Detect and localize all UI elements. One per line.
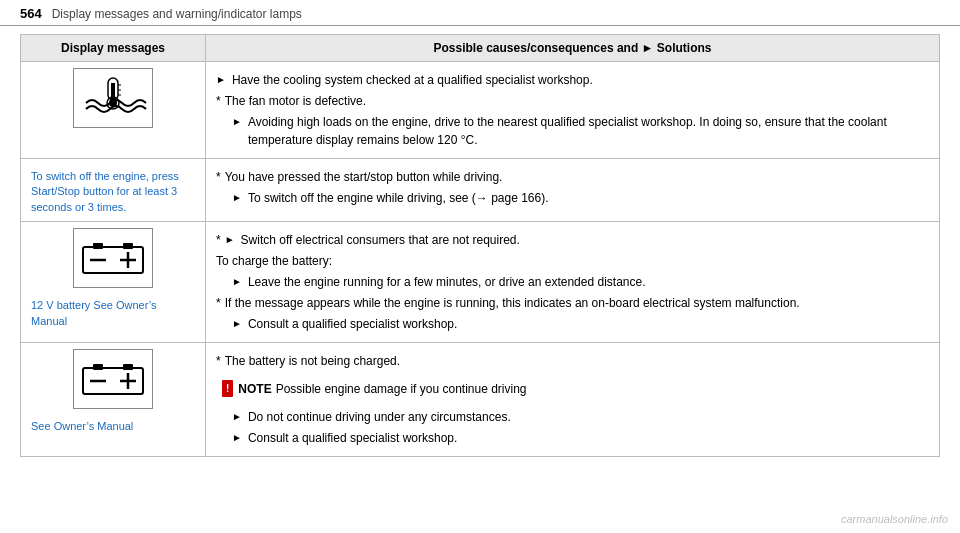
solution-arrow-indent-item: ► Consult a qualified specialist worksho… — [232, 429, 929, 447]
solutions-cell: ► Have the cooling system checked at a q… — [206, 62, 940, 159]
solution-arrow-indent-item: ► Consult a qualified specialist worksho… — [232, 315, 929, 333]
star-icon: * — [216, 168, 221, 186]
svg-rect-2 — [111, 83, 115, 101]
solutions-cell: * ► Switch off electrical consumers that… — [206, 222, 940, 343]
table-header-row: Display messages Possible causes/consequ… — [21, 35, 940, 62]
star-icon: * — [216, 294, 221, 312]
solution-star-item: * If the message appears while the engin… — [216, 294, 929, 312]
table-row: To switch off the engine, press Start/St… — [21, 159, 940, 222]
solution-text: To switch off the engine while driving, … — [248, 189, 549, 207]
solution-text: To charge the battery: — [216, 252, 332, 270]
display-cell — [21, 62, 206, 159]
solution-text: Leave the engine running for a few minut… — [248, 273, 646, 291]
arrow-icon: ► — [232, 316, 242, 331]
solution-arrow-item: ► Have the cooling system checked at a q… — [216, 71, 929, 89]
display-cell: 12 V battery See Owner’s Manual — [21, 222, 206, 343]
main-table: Display messages Possible causes/consequ… — [20, 34, 940, 457]
arrow-icon: ► — [232, 114, 242, 129]
solution-text: Have the cooling system checked at a qua… — [232, 71, 593, 89]
display-caption: To switch off the engine, press Start/St… — [31, 169, 195, 215]
watermark: carmanualsonline.info — [841, 513, 948, 525]
svg-rect-8 — [93, 243, 103, 249]
solution-text: You have pressed the start/stop button w… — [225, 168, 503, 186]
svg-rect-9 — [123, 243, 133, 249]
arrow-icon: ► — [225, 232, 235, 247]
solution-star-item: * The fan motor is defective. — [216, 92, 929, 110]
display-caption: See Owner’s Manual — [31, 419, 195, 434]
solution-text: If the message appears while the engine … — [225, 294, 800, 312]
svg-rect-15 — [123, 364, 133, 370]
note-box: ! NOTEPossible engine damage if you cont… — [216, 376, 929, 402]
solution-text: Consult a qualified specialist workshop. — [248, 315, 457, 333]
solutions-cell: * The battery is not being charged. ! NO… — [206, 343, 940, 457]
solution-text: Switch off electrical consumers that are… — [241, 231, 520, 249]
solution-arrow-indent-item: ► To switch off the engine while driving… — [232, 189, 929, 207]
star-icon: * — [216, 231, 221, 249]
solution-arrow-indent-item: ► Leave the engine running for a few min… — [232, 273, 929, 291]
arrow-icon: ► — [232, 190, 242, 205]
battery-icon — [73, 349, 153, 409]
arrow-icon: ► — [232, 430, 242, 445]
battery-icon — [73, 228, 153, 288]
page-number: 564 — [20, 6, 42, 21]
arrow-icon: ► — [232, 409, 242, 424]
display-caption: 12 V battery See Owner’s Manual — [31, 298, 195, 329]
solution-arrow-indent-item: ► Avoiding high loads on the engine, dri… — [232, 113, 929, 149]
display-cell: See Owner’s Manual — [21, 343, 206, 457]
page-header: 564 Display messages and warning/indicat… — [0, 0, 960, 26]
col-solutions-header: Possible causes/consequences and ► Solut… — [206, 35, 940, 62]
solution-arrow-indent-item: ► Do not continue driving under any circ… — [232, 408, 929, 426]
svg-point-3 — [109, 99, 117, 107]
solution-arrow-star-item: * ► Switch off electrical consumers that… — [216, 231, 929, 249]
table-row: ► Have the cooling system checked at a q… — [21, 62, 940, 159]
coolant-icon — [73, 68, 153, 128]
star-icon: * — [216, 352, 221, 370]
solution-text: Do not continue driving under any circum… — [248, 408, 511, 426]
solution-text: The battery is not being charged. — [225, 352, 400, 370]
note-label: NOTE — [238, 382, 271, 396]
solution-text: The fan motor is defective. — [225, 92, 366, 110]
note-icon: ! — [222, 380, 233, 397]
table-row: See Owner’s Manual * The battery is not … — [21, 343, 940, 457]
table-row: 12 V battery See Owner’s Manual * ► Swit… — [21, 222, 940, 343]
solutions-cell: * You have pressed the start/stop button… — [206, 159, 940, 222]
col-solutions-text: Possible causes/consequences and ► Solut… — [434, 41, 712, 55]
arrow-icon: ► — [232, 274, 242, 289]
page-title: Display messages and warning/indicator l… — [52, 7, 302, 21]
solution-text: Avoiding high loads on the engine, drive… — [248, 113, 929, 149]
note-content: NOTEPossible engine damage if you contin… — [238, 380, 526, 398]
solution-plain-item: To charge the battery: — [216, 252, 929, 270]
col-display-messages-header: Display messages — [21, 35, 206, 62]
arrow-icon: ► — [216, 72, 226, 87]
solution-star-item: * You have pressed the start/stop button… — [216, 168, 929, 186]
star-icon: * — [216, 92, 221, 110]
solution-text: Consult a qualified specialist workshop. — [248, 429, 457, 447]
display-cell: To switch off the engine, press Start/St… — [21, 159, 206, 222]
solution-star-item: * The battery is not being charged. — [216, 352, 929, 370]
svg-rect-14 — [93, 364, 103, 370]
